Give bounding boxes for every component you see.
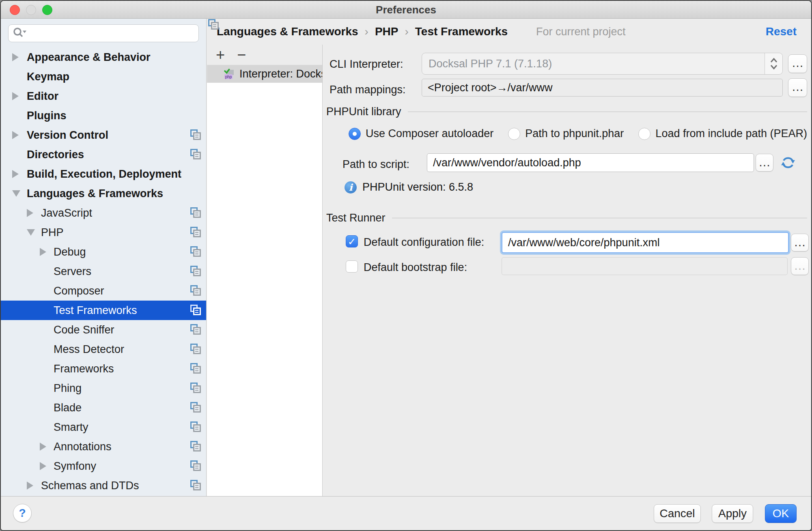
default-configuration-browse-button[interactable]: … xyxy=(791,234,809,252)
cli-interpreter-value: Docksal PHP 7.1 (7.1.18) xyxy=(429,53,552,74)
sidebar-item-test-frameworks[interactable]: Test Frameworks xyxy=(1,301,206,320)
breadcrumb-test-frameworks[interactable]: Test Frameworks xyxy=(415,25,508,38)
chevron-right-icon[interactable] xyxy=(12,131,19,139)
chevron-right-icon[interactable] xyxy=(40,443,46,451)
shareable-settings-icon xyxy=(189,382,201,394)
path-to-script-input[interactable]: /var/www/vendor/autoload.php xyxy=(427,153,754,172)
scope-label: For current project xyxy=(536,26,626,38)
chevron-right-icon[interactable] xyxy=(12,53,19,61)
remove-button[interactable]: − xyxy=(237,47,246,62)
sidebar-item-php[interactable]: PHP xyxy=(1,223,206,242)
shareable-settings-icon xyxy=(189,479,201,492)
search-options-caret-icon xyxy=(23,31,26,33)
chevron-right-icon[interactable] xyxy=(27,209,33,217)
interpreters-toolbar: + − xyxy=(207,45,322,65)
sidebar-item-languages-frameworks[interactable]: Languages & Frameworks xyxy=(1,184,206,203)
reset-link[interactable]: Reset xyxy=(766,19,797,45)
shareable-settings-icon xyxy=(189,421,201,433)
shareable-settings-icon xyxy=(189,148,201,161)
default-configuration-value: /var/www/web/core/phpunit.xml xyxy=(508,236,660,249)
sidebar-item-directories[interactable]: Directories xyxy=(1,145,206,164)
cli-interpreter-select[interactable]: Docksal PHP 7.1 (7.1.18) xyxy=(422,53,783,75)
sidebar-item-build-execution-deployment[interactable]: Build, Execution, Deployment xyxy=(1,164,206,184)
path-mappings-browse-button[interactable]: … xyxy=(788,78,807,97)
breadcrumb: Languages & Frameworks › PHP › Test Fram… xyxy=(207,19,811,45)
shareable-settings-icon xyxy=(189,363,201,375)
cli-interpreter-browse-button[interactable]: … xyxy=(788,54,807,73)
search-box[interactable] xyxy=(8,24,199,42)
shareable-settings-icon xyxy=(189,246,201,258)
default-bootstrap-label[interactable]: Default bootstrap file: xyxy=(364,261,467,274)
add-button[interactable]: + xyxy=(216,47,225,62)
sidebar-item-javascript[interactable]: JavaScript xyxy=(1,203,206,223)
sidebar-item-mess-detector[interactable]: Mess Detector xyxy=(1,340,206,359)
radio-label[interactable]: Use Composer autoloader xyxy=(366,127,493,140)
sidebar-item-phing[interactable]: Phing xyxy=(1,378,206,398)
chevron-right-icon[interactable] xyxy=(12,170,19,178)
breadcrumb-php[interactable]: PHP xyxy=(375,25,398,38)
phpunit-version-row: i PHPUnit version: 6.5.8 xyxy=(345,181,473,193)
ok-button[interactable]: OK xyxy=(765,504,797,523)
chevron-right-icon[interactable] xyxy=(40,248,46,256)
help-button[interactable]: ? xyxy=(13,504,32,522)
sidebar-item-debug[interactable]: Debug xyxy=(1,242,206,262)
sidebar-item-version-control[interactable]: Version Control xyxy=(1,125,206,145)
interpreter-item-label: Interpreter: Docksal PHP 7.1 (7.1.18) xyxy=(239,68,322,80)
shareable-settings-icon xyxy=(189,304,201,316)
sidebar-item-frameworks[interactable]: Frameworks xyxy=(1,359,206,378)
chevron-right-icon[interactable] xyxy=(40,462,46,470)
chevron-right-icon[interactable] xyxy=(27,482,33,490)
radio-path-to-phpunit-phar[interactable] xyxy=(508,128,520,140)
sidebar-item-servers[interactable]: Servers xyxy=(1,262,206,281)
search-input[interactable] xyxy=(26,26,198,41)
sidebar-item-smarty[interactable]: Smarty xyxy=(1,417,206,437)
sidebar-item-symfony[interactable]: Symfony xyxy=(1,456,206,476)
sidebar-item-composer[interactable]: Composer xyxy=(1,281,206,301)
sidebar-item-keymap[interactable]: Keymap xyxy=(1,67,206,86)
cancel-button[interactable]: Cancel xyxy=(654,504,701,523)
phpunit-library-radio-group: Use Composer autoloader Path to phpunit.… xyxy=(349,127,807,140)
default-configuration-checkbox[interactable]: ✓ xyxy=(346,235,358,247)
info-icon: i xyxy=(345,181,357,193)
radio-label[interactable]: Load from include path (PEAR) xyxy=(655,127,807,140)
preferences-window: Preferences Appearance & Behavior Keymap… xyxy=(0,0,812,531)
window-title: Preferences xyxy=(1,1,811,19)
radio-use-composer-autoloader[interactable] xyxy=(349,128,361,140)
path-to-script-browse-button[interactable]: … xyxy=(756,154,773,172)
path-to-script-label: Path to script: xyxy=(342,158,409,171)
default-configuration-input[interactable]: /var/www/web/core/phpunit.xml xyxy=(502,232,789,253)
apply-button[interactable]: Apply xyxy=(712,504,753,523)
path-mappings-field[interactable]: <Project root>→/var/www xyxy=(422,79,783,97)
stepper-icon[interactable] xyxy=(765,53,782,74)
chevron-down-icon[interactable] xyxy=(27,229,35,236)
breadcrumb-separator: › xyxy=(365,25,368,38)
default-configuration-label[interactable]: Default configuration file: xyxy=(364,236,484,249)
shareable-settings-icon xyxy=(189,226,201,239)
shareable-settings-icon xyxy=(189,402,201,414)
shareable-settings-icon xyxy=(189,460,201,472)
php-interpreter-icon: php xyxy=(223,68,235,80)
path-to-script-value: /var/www/vendor/autoload.php xyxy=(433,157,581,169)
radio-load-from-include-path[interactable] xyxy=(638,128,650,140)
reload-phpunit-version-icon[interactable] xyxy=(780,155,796,170)
sidebar-item-appearance-behavior[interactable]: Appearance & Behavior xyxy=(1,47,206,67)
settings-tree: Appearance & Behavior Keymap Editor Plug… xyxy=(1,47,206,495)
sidebar-item-blade[interactable]: Blade xyxy=(1,398,206,417)
interpreter-list-item[interactable]: php Interpreter: Docksal PHP 7.1 (7.1.18… xyxy=(207,65,322,83)
section-divider xyxy=(408,112,807,112)
phpunit-library-section-header: PHPUnit library xyxy=(326,105,807,118)
breadcrumb-languages-frameworks[interactable]: Languages & Frameworks xyxy=(217,25,358,38)
sidebar-item-schemas-and-dtds[interactable]: Schemas and DTDs xyxy=(1,476,206,495)
shareable-settings-icon xyxy=(189,324,201,336)
chevron-down-icon[interactable] xyxy=(12,190,20,197)
chevron-right-icon[interactable] xyxy=(12,92,19,100)
settings-content-pane: Languages & Frameworks › PHP › Test Fram… xyxy=(207,19,811,496)
test-runner-section-title: Test Runner xyxy=(326,212,386,224)
default-bootstrap-checkbox[interactable] xyxy=(346,260,358,273)
sidebar-item-code-sniffer[interactable]: Code Sniffer xyxy=(1,320,206,340)
sidebar-item-editor[interactable]: Editor xyxy=(1,86,206,106)
sidebar-item-plugins[interactable]: Plugins xyxy=(1,106,206,125)
shareable-settings-icon xyxy=(189,129,201,141)
radio-label[interactable]: Path to phpunit.phar xyxy=(525,127,624,140)
sidebar-item-annotations[interactable]: Annotations xyxy=(1,437,206,456)
